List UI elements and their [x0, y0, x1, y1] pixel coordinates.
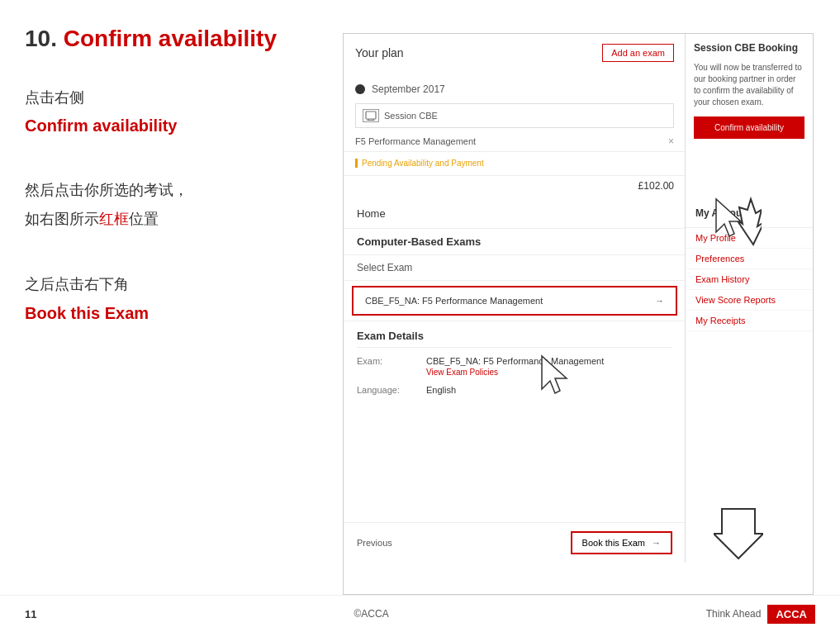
select-exam-label: Select Exam — [344, 255, 686, 281]
down-arrow-book-exam — [714, 505, 763, 563]
chinese-text-1: 点击右侧 — [25, 86, 318, 110]
book-exam-wrapper: Book this Exam → — [571, 531, 672, 554]
home-link[interactable]: Home — [344, 199, 686, 229]
language-label: Language: — [357, 385, 423, 395]
step-number: 10. — [25, 26, 64, 51]
exam-name-plan: F5 Performance Management — [355, 136, 476, 146]
your-plan-title: Your plan — [355, 46, 404, 59]
session-icon — [363, 109, 379, 122]
step-title: 10. Confirm availability — [25, 25, 318, 53]
sidebar-link-score-reports[interactable]: View Score Reports — [686, 290, 813, 311]
svg-marker-7 — [714, 509, 763, 558]
svg-marker-6 — [542, 356, 567, 393]
footer: 11 ©ACCA Think Ahead ACCA — [0, 595, 840, 632]
confirm-avail-wrapper: Confirm availability — [694, 116, 804, 139]
svg-marker-5 — [716, 199, 741, 236]
sidebar-link-receipts[interactable]: My Receipts — [686, 311, 813, 331]
timeline-dot — [355, 84, 365, 94]
exam-label: Exam: — [357, 356, 423, 377]
price-display: £102.00 — [638, 180, 674, 192]
cursor-arrow-2 — [534, 352, 587, 406]
footer-right: Think Ahead ACCA — [706, 605, 815, 624]
arrow-right-icon: → — [655, 296, 664, 306]
red-label-1: Confirm availability — [25, 114, 318, 137]
book-exam-button[interactable]: Book this Exam → — [572, 533, 671, 553]
previous-link[interactable]: Previous — [357, 538, 392, 548]
pending-text: Pending Availability and Payment — [355, 159, 484, 168]
cursor-arrow-1 — [708, 195, 762, 249]
sidebar-link-preferences[interactable]: Preferences — [686, 249, 813, 269]
left-instruction-panel: 10. Confirm availability 点击右侧 Confirm av… — [0, 0, 343, 595]
sidebar-link-exam-history[interactable]: Exam History — [686, 269, 813, 290]
cbe-header: Computer-Based Exams — [344, 229, 686, 255]
exam-list-item[interactable]: CBE_F5_NA: F5 Performance Management → — [354, 287, 676, 314]
footer-acca-logo: ACCA — [767, 605, 815, 624]
session-cbe-label: Session CBE — [384, 111, 438, 121]
chinese-text-2a: 然后点击你所选的考试， — [25, 178, 318, 202]
red-inline-text: 红框 — [99, 211, 129, 227]
footer-think-ahead: Think Ahead — [706, 608, 762, 620]
step-title-red: Confirm availability — [64, 26, 277, 51]
plan-date: September 2017 — [372, 83, 445, 95]
exam-details-title: Exam Details — [357, 330, 672, 348]
chinese-text-2b: 如右图所示红框位置 — [25, 207, 318, 231]
red-label-3: Book this Exam — [25, 302, 318, 325]
instruction-3: 之后点击右下角 Book this Exam — [25, 273, 318, 325]
chinese-text-3: 之后点击右下角 — [25, 273, 318, 297]
footer-page-number: 11 — [25, 608, 36, 620]
instruction-1: 点击右侧 Confirm availability — [25, 86, 318, 138]
svg-rect-0 — [366, 112, 376, 119]
add-exam-button[interactable]: Add an exam — [602, 44, 674, 62]
book-arrow-icon: → — [652, 538, 661, 548]
close-icon: × — [668, 135, 674, 147]
footer-copyright: ©ACCA — [354, 608, 389, 620]
exam-code-name: CBE_F5_NA: F5 Performance Management — [365, 296, 543, 306]
instruction-2: 然后点击你所选的考试， 如右图所示红框位置 — [25, 178, 318, 231]
session-booking-title: Session CBE Booking — [694, 42, 804, 55]
confirm-availability-button[interactable]: Confirm availability — [695, 118, 803, 137]
session-booking-body: You will now be transferred to our booki… — [694, 62, 804, 108]
